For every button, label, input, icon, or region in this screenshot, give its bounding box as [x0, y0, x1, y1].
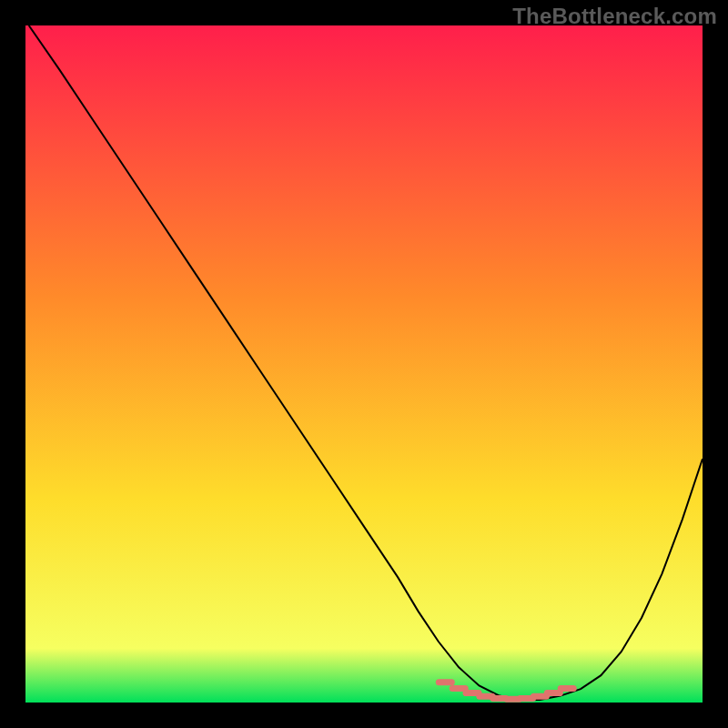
chart-container: TheBottleneck.com — [0, 0, 728, 728]
gradient-background — [25, 25, 703, 703]
watermark-label: TheBottleneck.com — [512, 4, 717, 29]
plot-area — [25, 25, 703, 703]
chart-svg — [25, 25, 703, 703]
